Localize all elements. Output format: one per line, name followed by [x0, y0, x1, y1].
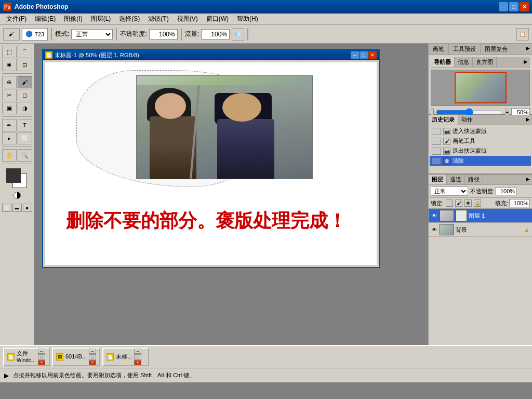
layer-1-name: 背景: [456, 226, 522, 234]
lock-transparent-pixels[interactable]: ⬚: [446, 200, 453, 207]
menu-edit[interactable]: 编辑(E): [31, 14, 60, 24]
airbrush-icon[interactable]: 💨: [232, 28, 244, 41]
tab-paths[interactable]: 路径: [465, 175, 483, 184]
menu-help[interactable]: 帮助(H): [233, 14, 262, 24]
close-button[interactable]: ✕: [520, 2, 529, 11]
clone-tool[interactable]: ✂: [2, 89, 17, 101]
tab-history[interactable]: 历史记录: [429, 115, 458, 125]
navigator-options-arrow[interactable]: ▶: [522, 57, 530, 67]
healing-tool[interactable]: ⊕: [2, 76, 17, 88]
menu-select[interactable]: 选择(S): [115, 14, 144, 24]
layer-item-0[interactable]: 👁 图层 1: [429, 209, 532, 223]
menu-image[interactable]: 图像(I): [60, 14, 86, 24]
layer-opacity-input[interactable]: [496, 187, 516, 195]
quick-mask-button[interactable]: [2, 190, 32, 201]
lock-image-pixels[interactable]: 🖌: [455, 200, 462, 207]
tab-actions[interactable]: 动作: [458, 115, 476, 125]
taskbar-item-0-label: 文件 Windo...: [17, 350, 36, 363]
crop-tool[interactable]: ⊡: [18, 59, 32, 71]
brush-tool[interactable]: 🖌: [18, 76, 32, 88]
path-select-tool[interactable]: ▸: [2, 132, 17, 144]
layer-item-1[interactable]: 👁 背景 🔒: [429, 223, 532, 237]
panel-options-arrow[interactable]: ▶: [524, 44, 532, 55]
photo-content: [136, 75, 313, 179]
history-item-2[interactable]: 📷 退出快速蒙版: [430, 146, 531, 156]
fullscreen-with-menu-btn[interactable]: ▬: [12, 204, 22, 212]
body-left: [150, 116, 196, 179]
status-icon: ▶: [4, 372, 9, 379]
menu-file[interactable]: 文件(F): [2, 14, 31, 24]
history-snapshot-icon: [432, 128, 441, 135]
marquee-tool[interactable]: ⬚: [2, 46, 17, 58]
taskbar-item-0[interactable]: 📄 文件 Windo... ─ □ ✕: [3, 348, 50, 366]
history-list: 📷 进入快速蒙版 🖌 画笔工具 📷 退出快速蒙版 🗑 清除: [429, 125, 532, 167]
layer-1-visibility[interactable]: 👁: [431, 226, 438, 233]
hand-tool[interactable]: ✋: [2, 149, 17, 162]
layer-0-name: 图层 1: [469, 212, 530, 220]
tool-sep3: [2, 147, 32, 147]
maximize-button[interactable]: □: [509, 2, 518, 11]
tab-channels[interactable]: 通道: [447, 175, 465, 184]
taskbar-item-1-max[interactable]: □: [89, 354, 96, 360]
menu-filter[interactable]: 滤镜(T): [144, 14, 172, 24]
history-item-0[interactable]: 📷 进入快速蒙版: [430, 126, 531, 136]
tool-row-2: ✱ ⊡: [2, 59, 32, 71]
minimize-button[interactable]: ─: [499, 2, 508, 11]
taskbar-item-0-min[interactable]: ─: [38, 349, 45, 354]
tab-brush[interactable]: 画笔: [429, 44, 449, 55]
taskbar-item-0-close[interactable]: ✕: [38, 360, 45, 365]
layer-fill-input[interactable]: [509, 199, 530, 207]
magic-wand-tool[interactable]: ✱: [2, 59, 17, 71]
gradient-tool[interactable]: ▣: [2, 102, 17, 114]
taskbar-item-2-max[interactable]: □: [134, 354, 141, 360]
text-tool[interactable]: T: [18, 119, 32, 131]
tab-tool-presets[interactable]: 工具预设: [449, 44, 481, 55]
doc-close-button[interactable]: ✕: [368, 51, 377, 59]
settings-button[interactable]: 📋: [516, 28, 529, 41]
taskbar-item-1[interactable]: 🖼 6014B... ─ □ ✕: [52, 348, 100, 366]
dodge-tool[interactable]: ◑: [18, 102, 32, 114]
lock-position[interactable]: ✚: [464, 200, 472, 207]
doc-minimize-button[interactable]: ─: [351, 51, 359, 59]
brush-preview[interactable]: 🔵 723: [22, 28, 48, 41]
shape-tool[interactable]: ⬜: [18, 132, 32, 144]
opacity-input[interactable]: [149, 29, 178, 39]
eraser-tool[interactable]: ◻: [18, 89, 32, 101]
taskbar-item-2-close[interactable]: ✕: [134, 360, 141, 365]
main-area: ⬚ ⌒ ✱ ⊡ ⊕ 🖌 ✂ ◻ ▣ ◑ ✒ T ▸ ⬜ ✋: [0, 44, 532, 345]
history-item-1[interactable]: 🖌 画笔工具: [430, 136, 531, 146]
tab-layer-comps[interactable]: 图层复合: [481, 44, 512, 55]
history-item-3[interactable]: 🗑 清除: [430, 156, 531, 166]
history-options-arrow[interactable]: ▶: [524, 115, 532, 125]
layer-blend-mode[interactable]: 正常: [431, 187, 468, 196]
taskbar-item-2-min[interactable]: ─: [134, 349, 141, 354]
foreground-color[interactable]: [6, 168, 21, 183]
taskbar-item-0-max[interactable]: □: [38, 354, 45, 360]
tab-layers[interactable]: 图层: [429, 175, 447, 184]
doc-maximize-button[interactable]: □: [360, 51, 368, 59]
document-window: 📄 未标题-1 @ 50% (图层 1, RGB/8) ─ □ ✕: [42, 49, 380, 268]
lasso-tool[interactable]: ⌒: [18, 46, 32, 58]
flow-input[interactable]: [201, 29, 230, 39]
taskbar-item-1-close[interactable]: ✕: [89, 360, 96, 365]
brush-tool-icon[interactable]: 🖌: [3, 28, 20, 41]
menu-view[interactable]: 视图(V): [173, 14, 202, 24]
layer-0-visibility[interactable]: 👁: [431, 212, 438, 219]
standard-screen-btn[interactable]: ⬜: [2, 204, 11, 212]
menu-layer[interactable]: 图层(L): [87, 14, 115, 24]
toolbar: 🖌 🔵 723 模式: 正常 溶解 正片叠底 不透明度: 流量: 💨 📋: [0, 25, 532, 44]
fullscreen-btn[interactable]: ■: [23, 204, 32, 212]
taskbar-item-1-min[interactable]: ─: [89, 349, 96, 354]
menu-window[interactable]: 窗口(W): [202, 14, 233, 24]
tab-info[interactable]: 信息: [455, 57, 473, 67]
taskbar-item-2[interactable]: 📄 未标... ─ □ ✕: [102, 348, 149, 366]
history-snapshot-icon-1: [432, 138, 441, 145]
blend-mode-select[interactable]: 正常 溶解 正片叠底: [71, 29, 113, 39]
layers-options-arrow[interactable]: ▶: [524, 175, 532, 184]
tab-histogram[interactable]: 直方图: [473, 57, 497, 67]
pen-tool[interactable]: ✒: [2, 119, 17, 131]
lock-all[interactable]: 🔒: [474, 200, 481, 207]
taskbar-item-0-controls: ─ □ ✕: [38, 349, 45, 365]
zoom-tool[interactable]: 🔍: [18, 149, 32, 162]
tab-navigator[interactable]: 导航器: [431, 57, 455, 67]
